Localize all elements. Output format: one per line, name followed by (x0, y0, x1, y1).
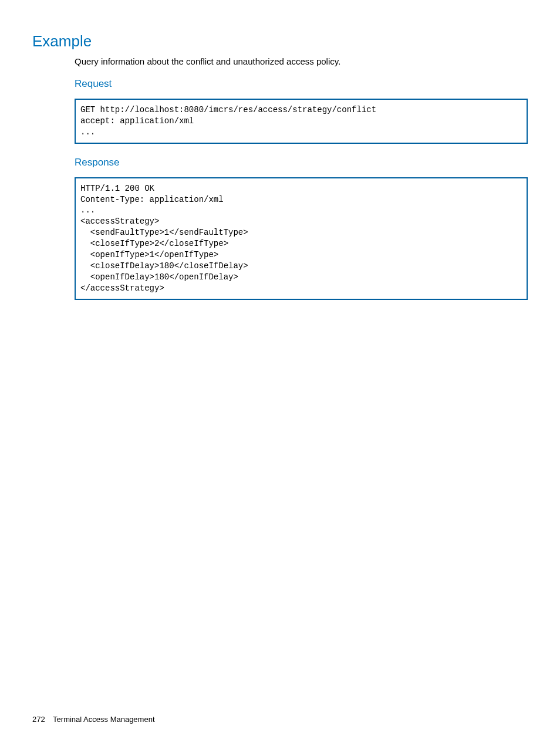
footer-section-title: Terminal Access Management (53, 715, 154, 724)
page-number: 272 (32, 715, 45, 724)
page-footer: 272 Terminal Access Management (32, 715, 155, 724)
response-heading: Response (75, 157, 528, 168)
request-heading: Request (75, 78, 528, 90)
intro-text: Query information about the conflict and… (75, 56, 528, 66)
request-code-block: GET http://localhost:8080/imcrs/res/acce… (75, 99, 528, 144)
section-heading: Example (32, 32, 528, 50)
response-code-block: HTTP/1.1 200 OK Content-Type: applicatio… (75, 177, 528, 300)
